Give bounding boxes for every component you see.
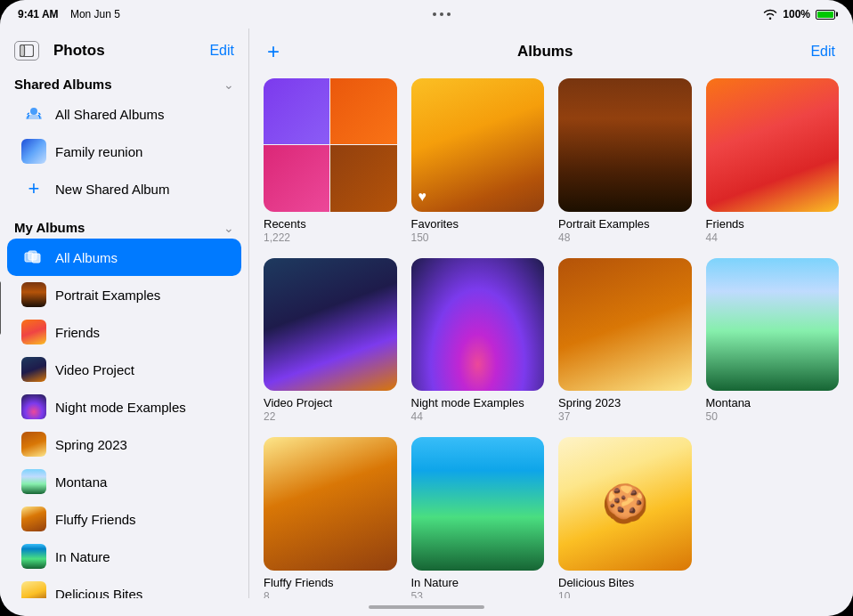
battery-percent: 100% bbox=[783, 8, 810, 20]
portrait-examples-thumb bbox=[558, 78, 692, 212]
panel-edit-button[interactable]: Edit bbox=[810, 44, 835, 60]
albums-grid-inner: Recents 1,222 ♥ Favorites 150 bbox=[264, 78, 839, 598]
album-card-fluffy[interactable]: Fluffy Friends 8 bbox=[264, 437, 397, 598]
status-right: 100% bbox=[763, 8, 835, 20]
delicious-count: 10 bbox=[558, 590, 692, 599]
shared-album-icon bbox=[24, 106, 44, 122]
my-albums-title: My Albums bbox=[14, 220, 85, 235]
recents-count: 1,222 bbox=[264, 231, 397, 244]
video-album-thumb bbox=[264, 258, 397, 392]
album-card-night-mode[interactable]: Night mode Examples 44 bbox=[411, 258, 545, 424]
sidebar-item-delicious[interactable]: Delicious Bites bbox=[7, 575, 241, 598]
sidebar-item-portrait[interactable]: Portrait Examples bbox=[7, 276, 241, 313]
sidebar: Photos Edit Shared Albums ⌄ bbox=[0, 28, 249, 598]
sidebar-item-all-albums-label: All Albums bbox=[55, 250, 118, 265]
panel-header: + Albums Edit bbox=[249, 28, 853, 71]
fluffy-count: 8 bbox=[264, 590, 397, 599]
svg-point-2 bbox=[30, 108, 37, 115]
all-shared-thumb bbox=[21, 101, 46, 126]
family-reunion-thumb bbox=[21, 139, 46, 164]
fluffy-name: Fluffy Friends bbox=[264, 576, 397, 589]
album-card-favorites[interactable]: ♥ Favorites 150 bbox=[411, 78, 545, 244]
sidebar-item-friends-label: Friends bbox=[55, 325, 100, 340]
sidebar-item-friends[interactable]: Friends bbox=[7, 313, 241, 351]
montana-count: 50 bbox=[706, 410, 840, 423]
album-card-montana[interactable]: Montana 50 bbox=[706, 258, 840, 424]
sidebar-item-night-label: Night mode Examples bbox=[55, 400, 186, 415]
sidebar-item-family-reunion[interactable]: Family reunion bbox=[7, 133, 241, 170]
night-count: 44 bbox=[411, 410, 545, 423]
sidebar-edit-button[interactable]: Edit bbox=[209, 43, 234, 59]
delicious-thumb bbox=[21, 581, 46, 598]
sidebar-item-fluffy[interactable]: Fluffy Friends bbox=[7, 500, 241, 538]
portrait-name: Portrait Examples bbox=[558, 217, 692, 231]
albums-grid: Recents 1,222 ♥ Favorites 150 bbox=[249, 71, 853, 598]
sidebar-title: Photos bbox=[53, 42, 105, 60]
ipad-frame: 9:41 AM Mon Jun 5 100% bbox=[0, 0, 853, 616]
delicious-album-thumb: 🍪 bbox=[558, 437, 692, 571]
friends-name: Friends bbox=[706, 217, 840, 231]
new-shared-icon: + bbox=[21, 176, 46, 201]
sidebar-item-montana[interactable]: Montana bbox=[7, 463, 241, 500]
plus-icon-shared: + bbox=[28, 177, 40, 200]
delicious-name: Delicious Bites bbox=[558, 576, 692, 589]
montana-name: Montana bbox=[706, 396, 840, 409]
sidebar-toggle-icon bbox=[20, 45, 34, 57]
album-card-portrait[interactable]: Portrait Examples 48 bbox=[558, 78, 692, 244]
home-indicator bbox=[0, 598, 853, 616]
video-thumb bbox=[21, 357, 46, 382]
my-albums-chevron[interactable]: ⌄ bbox=[223, 221, 234, 235]
fluffy-album-thumb bbox=[264, 437, 397, 571]
shared-albums-chevron[interactable]: ⌄ bbox=[223, 77, 234, 92]
sidebar-item-all-albums[interactable]: All Albums bbox=[7, 239, 241, 276]
spring-name: Spring 2023 bbox=[558, 396, 692, 409]
friends-album-thumb bbox=[706, 78, 840, 212]
battery-icon bbox=[816, 10, 835, 20]
album-card-nature[interactable]: In Nature 53 bbox=[411, 437, 545, 598]
spring-thumb bbox=[21, 432, 46, 457]
svg-rect-5 bbox=[32, 254, 40, 263]
nature-name: In Nature bbox=[411, 576, 545, 589]
wifi-icon bbox=[763, 9, 777, 20]
sidebar-item-all-shared-label: All Shared Albums bbox=[55, 107, 165, 122]
sidebar-item-portrait-label: Portrait Examples bbox=[55, 288, 160, 303]
album-card-delicious[interactable]: 🍪 Delicious Bites 10 bbox=[558, 437, 692, 598]
montana-thumb bbox=[21, 469, 46, 494]
nature-album-thumb bbox=[411, 437, 545, 571]
svg-rect-1 bbox=[20, 45, 25, 57]
friends-count: 44 bbox=[706, 231, 840, 244]
nature-count: 53 bbox=[411, 590, 545, 599]
sidebar-item-all-shared[interactable]: All Shared Albums bbox=[7, 95, 241, 133]
sidebar-item-spring-label: Spring 2023 bbox=[55, 437, 127, 452]
video-name: Video Project bbox=[264, 396, 397, 409]
dot1 bbox=[433, 12, 436, 16]
night-mode-thumb bbox=[21, 394, 46, 419]
sidebar-item-night-mode[interactable]: Night mode Examples bbox=[7, 388, 241, 426]
portrait-count: 48 bbox=[558, 231, 692, 244]
sidebar-item-new-shared[interactable]: + New Shared Album bbox=[7, 170, 241, 207]
favorites-thumb: ♥ bbox=[411, 78, 545, 212]
all-albums-thumb bbox=[21, 245, 46, 270]
food-emoji: 🍪 bbox=[602, 482, 648, 525]
album-card-recents[interactable]: Recents 1,222 bbox=[264, 78, 397, 244]
sidebar-item-video[interactable]: Video Project bbox=[7, 351, 241, 388]
sidebar-item-nature[interactable]: In Nature bbox=[7, 538, 241, 575]
spring-count: 37 bbox=[558, 410, 692, 423]
side-handle bbox=[0, 281, 1, 335]
spring-album-thumb bbox=[558, 258, 692, 392]
album-card-spring[interactable]: Spring 2023 37 bbox=[558, 258, 692, 424]
dot3 bbox=[447, 12, 451, 16]
panel-title: Albums bbox=[280, 43, 810, 61]
sidebar-toggle-button[interactable] bbox=[14, 41, 39, 61]
favorites-count: 150 bbox=[411, 231, 545, 244]
sidebar-header: Photos Edit bbox=[0, 28, 248, 69]
status-time: 9:41 AM Mon Jun 5 bbox=[18, 8, 120, 20]
right-panel: + Albums Edit bbox=[249, 28, 853, 598]
portrait-thumb bbox=[21, 282, 46, 307]
album-card-friends[interactable]: Friends 44 bbox=[706, 78, 840, 244]
favorites-name: Favorites bbox=[411, 217, 545, 231]
status-bar: 9:41 AM Mon Jun 5 100% bbox=[0, 0, 853, 28]
add-album-button[interactable]: + bbox=[267, 41, 280, 62]
sidebar-item-spring[interactable]: Spring 2023 bbox=[7, 426, 241, 463]
album-card-video[interactable]: Video Project 22 bbox=[264, 258, 397, 424]
